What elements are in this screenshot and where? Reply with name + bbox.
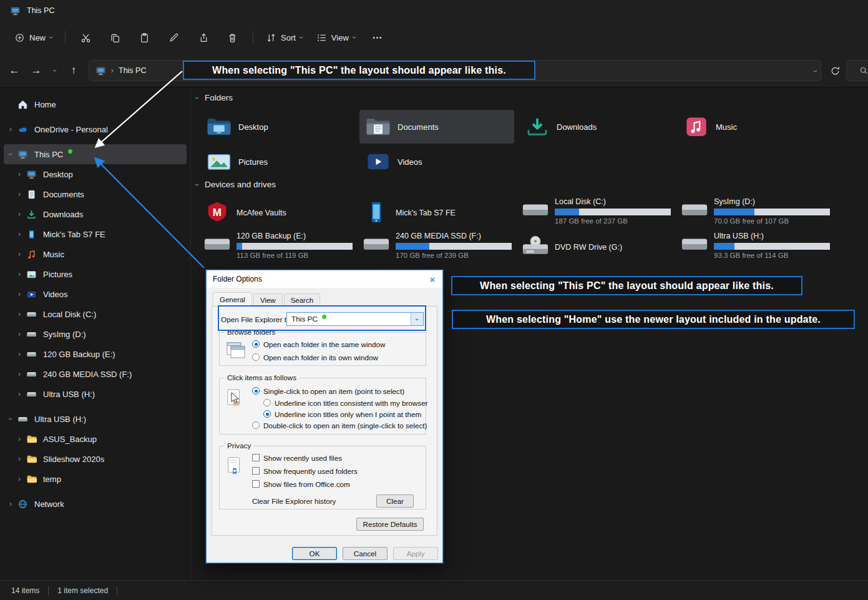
- chevron-right-icon[interactable]: ›: [12, 210, 26, 219]
- chevron-right-icon[interactable]: ›: [12, 455, 26, 463]
- sidebar-item-asus-backup[interactable]: › ASUS_Backup: [4, 429, 187, 449]
- back-button[interactable]: ←: [4, 61, 24, 81]
- drive-tile-media-ssd-f[interactable]: 240 GB MEDIA SSD (F:) 170 GB free of 239…: [359, 230, 514, 263]
- sidebar-item-desktop[interactable]: › Desktop: [4, 164, 187, 184]
- folder-tile-label: Downloads: [557, 122, 597, 132]
- chevron-right-icon[interactable]: ›: [12, 330, 26, 338]
- sidebar-item-onedrive[interactable]: › OneDrive - Personal: [4, 119, 187, 139]
- titlebar[interactable]: This PC: [0, 0, 868, 21]
- chevron-right-icon[interactable]: ›: [12, 350, 26, 358]
- section-header-devices[interactable]: › Devices and drives: [196, 180, 276, 189]
- radio-double-click[interactable]: [252, 421, 260, 429]
- sidebar-item-temp[interactable]: › temp: [4, 469, 187, 489]
- view-button[interactable]: View ›: [310, 27, 363, 48]
- close-icon[interactable]: ×: [422, 270, 442, 288]
- chevron-right-icon[interactable]: ›: [12, 475, 26, 483]
- sidebar-item-this-pc[interactable]: › This PC: [4, 144, 187, 164]
- more-options-button[interactable]: [363, 27, 392, 48]
- drive-tile-ultra-usb-h[interactable]: Ultra USB (H:) 93.3 GB free of 114 GB: [678, 230, 832, 263]
- drive-tile-mcafee-vaults[interactable]: McAfee Vaults: [200, 196, 355, 229]
- drive-tile-tablet[interactable]: Mick's Tab S7 FE: [359, 196, 514, 229]
- chevron-right-icon[interactable]: ›: [12, 290, 26, 298]
- chevron-right-icon[interactable]: ›: [4, 125, 17, 134]
- folder-tile-music[interactable]: Music: [678, 110, 832, 144]
- paste-button[interactable]: [130, 27, 159, 48]
- checkbox-frequent-folders[interactable]: [252, 467, 260, 475]
- cut-button[interactable]: [71, 27, 100, 48]
- breadcrumb-this-pc[interactable]: This PC: [119, 66, 146, 75]
- chevron-right-icon[interactable]: ›: [12, 370, 26, 378]
- sidebar-item-tablet[interactable]: › Mick's Tab S7 FE: [4, 224, 187, 244]
- sidebar-item-slideshow[interactable]: › Slideshow 2020s: [4, 449, 187, 469]
- sidebar-item-local-disk-c[interactable]: › Local Disk (C:): [4, 304, 187, 324]
- radio-single-click[interactable]: [252, 387, 260, 395]
- sidebar-item-pictures[interactable]: › Pictures: [4, 264, 187, 284]
- sidebar-item-ultra-usb-h[interactable]: › Ultra USB (H:): [4, 384, 187, 404]
- open-to-combobox[interactable]: This PC ›: [286, 312, 424, 326]
- section-header-folders[interactable]: › Folders: [196, 93, 233, 102]
- up-button[interactable]: ↑: [64, 61, 84, 81]
- new-button[interactable]: New ›: [7, 27, 59, 48]
- radio-underline-point[interactable]: [263, 410, 271, 418]
- chevron-right-icon[interactable]: ›: [12, 190, 26, 199]
- cancel-button[interactable]: Cancel: [343, 547, 388, 560]
- sidebar-item-videos[interactable]: › Videos: [4, 284, 187, 304]
- chevron-right-icon[interactable]: ›: [12, 390, 26, 398]
- folder-tile-videos[interactable]: Videos: [359, 145, 514, 179]
- chevron-right-icon[interactable]: ›: [12, 435, 26, 443]
- recent-locations-button[interactable]: ›: [47, 61, 62, 81]
- folder-tile-desktop[interactable]: Desktop: [200, 110, 355, 144]
- sidebar-item-music[interactable]: › Music: [4, 244, 187, 264]
- clear-button[interactable]: Clear: [376, 494, 414, 508]
- sidebar-item-home[interactable]: Home: [4, 94, 187, 114]
- ok-button[interactable]: OK: [292, 547, 337, 560]
- sidebar-item-ultra-usb-h-pinned[interactable]: › Ultra USB (H:): [4, 409, 187, 429]
- chevron-right-icon[interactable]: ›: [12, 310, 26, 318]
- chevron-right-icon[interactable]: ›: [4, 499, 17, 508]
- copy-button[interactable]: [100, 27, 130, 48]
- checkbox-office-files[interactable]: [252, 480, 260, 488]
- chevron-right-icon[interactable]: ›: [12, 170, 26, 179]
- tab-view[interactable]: View: [253, 293, 283, 307]
- drive-tile-sysimg-d[interactable]: SysImg (D:) 70.0 GB free of 107 GB: [678, 196, 832, 229]
- drive-tile-local-disk-c[interactable]: Local Disk (C:) 187 GB free of 237 GB: [519, 196, 673, 229]
- delete-button[interactable]: [218, 27, 247, 48]
- combobox-dropdown-button[interactable]: ›: [411, 313, 423, 325]
- sidebar-item-media-ssd-f[interactable]: › 240 GB MEDIA SSD (F:): [4, 364, 187, 384]
- chevron-right-icon[interactable]: ›: [12, 270, 26, 278]
- forward-button[interactable]: →: [26, 61, 46, 81]
- sort-button[interactable]: Sort ›: [259, 27, 310, 48]
- drive-tile-backup-e[interactable]: 120 GB Backup (E:) 113 GB free of 119 GB: [200, 230, 355, 263]
- folder-tile-downloads[interactable]: Downloads: [519, 110, 673, 144]
- radio-underline-browser[interactable]: [263, 399, 271, 406]
- tab-general[interactable]: General: [213, 292, 252, 305]
- rename-button[interactable]: [159, 27, 188, 48]
- chevron-right-icon[interactable]: ›: [12, 250, 26, 258]
- sidebar-item-label: Music: [43, 250, 64, 259]
- dialog-titlebar[interactable]: Folder Options ×: [207, 270, 442, 288]
- sidebar-item-backup-e[interactable]: › 120 GB Backup (E:): [4, 344, 187, 364]
- sidebar-item-documents[interactable]: › Documents: [4, 184, 187, 204]
- drive-free-space: 70.0 GB free of 107 GB: [714, 217, 830, 225]
- refresh-button[interactable]: [825, 61, 845, 81]
- sidebar-item-downloads[interactable]: › Downloads: [4, 204, 187, 224]
- checkbox-recent-files[interactable]: [252, 454, 260, 461]
- folder-tile-pictures[interactable]: Pictures: [200, 145, 355, 179]
- chevron-expanded-icon[interactable]: ›: [4, 150, 17, 159]
- address-dropdown-icon[interactable]: ›: [814, 65, 817, 76]
- radio-same-window[interactable]: [252, 340, 260, 348]
- chevron-right-icon[interactable]: ›: [12, 230, 26, 239]
- sidebar-item-sysimg-d[interactable]: › SysImg (D:): [4, 324, 187, 344]
- folder-tile-documents[interactable]: Documents: [359, 110, 514, 144]
- sidebar-item-network[interactable]: › Network: [4, 494, 187, 514]
- apply-button[interactable]: Apply: [393, 547, 438, 560]
- search-box[interactable]: [846, 60, 868, 81]
- restore-defaults-button[interactable]: Restore Defaults: [356, 518, 424, 531]
- chevron-expanded-icon[interactable]: ›: [4, 415, 17, 423]
- sidebar-item-label: Documents: [43, 190, 84, 199]
- dialog-tabs: General View Search: [213, 293, 321, 307]
- drive-tile-dvd-g[interactable]: DVD RW Drive (G:): [519, 230, 673, 263]
- radio-own-window[interactable]: [252, 353, 260, 361]
- tab-search[interactable]: Search: [284, 293, 320, 307]
- share-button[interactable]: [188, 27, 218, 48]
